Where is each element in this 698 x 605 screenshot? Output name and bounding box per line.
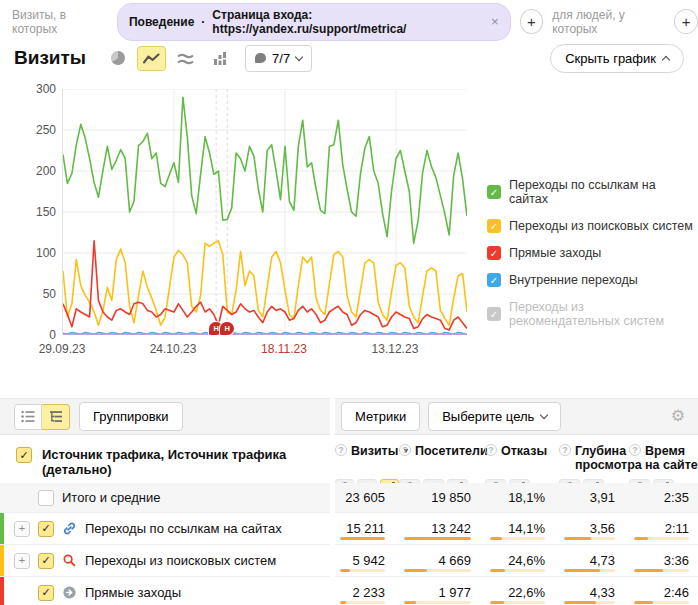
metric-cell: 22,6%: [485, 577, 559, 605]
metric-mini-bar: [564, 569, 615, 572]
goal-select[interactable]: Выберите цель: [428, 402, 561, 431]
metric-value: 14,1%: [508, 521, 545, 536]
legend-checkbox[interactable]: ✓: [487, 185, 501, 199]
row-checkbox[interactable]: ✓: [38, 521, 54, 537]
metric-value: 22,6%: [508, 585, 545, 600]
filter-prefix-label: Визиты, в которых: [12, 8, 108, 36]
row-checkbox[interactable]: ✓: [38, 585, 54, 601]
help-icon[interactable]: ?: [335, 444, 347, 456]
filter-chip[interactable]: Поведение · Страница входа: https://yand…: [117, 3, 511, 41]
gear-icon[interactable]: ⚙: [671, 408, 685, 424]
legend-checkbox[interactable]: ✓: [487, 273, 501, 287]
metric-value: 4 669: [438, 553, 471, 568]
metric-value: 3,91: [590, 490, 615, 505]
direct-arrow-icon: [62, 585, 77, 600]
column-header-label: Визиты: [351, 444, 398, 458]
column-header-Глубина просмотра[interactable]: ?Глубина просмотра: [559, 444, 629, 473]
metric-value: 2:11: [665, 521, 689, 536]
metric-cell: 24,6%: [485, 545, 559, 576]
chevron-up-icon: [662, 56, 670, 64]
metric-value: 13 242: [431, 521, 471, 536]
chip-close-icon[interactable]: ×: [491, 14, 499, 29]
legend-item[interactable]: ✓Переходы из рекомендательных систем: [487, 300, 698, 328]
legend-item[interactable]: ✓Переходы по ссылкам на сайтах: [487, 178, 698, 206]
metric-cell: 14,1%: [485, 513, 559, 544]
row-color-strip: [0, 513, 4, 544]
hide-chart-button[interactable]: Скрыть график: [550, 44, 684, 73]
line-chart-type-icon[interactable]: [137, 46, 166, 71]
legend-item[interactable]: ✓Внутренние переходы: [487, 273, 698, 287]
metric-header-row: ?Визиты▼?Посетители?Отказы?Глубина просм…: [335, 435, 698, 473]
table-header: ✓ Источник трафика, Источник трафика (де…: [0, 435, 698, 483]
metrics-button[interactable]: Метрики: [341, 402, 420, 431]
column-header-Визиты[interactable]: ?Визиты▼: [335, 444, 399, 473]
metric-cell: 1 977: [399, 577, 485, 605]
metric-cell: 3,91: [559, 483, 629, 512]
column-header-label: Посетители: [415, 444, 488, 458]
column-header-Время на сайте[interactable]: ?Время на сайте: [629, 444, 698, 473]
expand-row-button[interactable]: +: [14, 521, 30, 537]
totals-row[interactable]: ✓ Итого и средние 23 60519 85018,1%3,912…: [0, 483, 698, 513]
add-people-filter-button[interactable]: +: [674, 9, 698, 34]
metric-value: 2 233: [352, 585, 385, 600]
segment-filter-bar: Визиты, в которых Поведение · Страница в…: [0, 0, 698, 36]
legend-checkbox[interactable]: ✓: [487, 246, 501, 260]
metric-cell: 2:11: [629, 513, 698, 544]
totals-checkbox[interactable]: ✓: [38, 490, 54, 506]
chart-y-axis-labels: 050100150200250300: [14, 89, 56, 335]
annotation-marker[interactable]: Н: [220, 322, 234, 335]
row-label: Переходы из поисковых систем: [85, 553, 276, 568]
pie-chart-type-icon[interactable]: [103, 46, 132, 71]
people-filter-label: для людей, у которых: [552, 8, 665, 36]
chart-annotations: НН: [63, 89, 467, 335]
dimension-checkbox[interactable]: ✓: [16, 447, 32, 463]
metric-cell: 15 211: [335, 513, 399, 544]
chart-x-axis-labels: 29.09.2324.10.2318.11.2313.12.23: [62, 342, 466, 358]
metric-mini-bar: [490, 537, 545, 540]
column-header-Посетители[interactable]: ?Посетители: [399, 444, 485, 473]
metric-value: 4,33: [590, 585, 615, 600]
goal-select-label: Выберите цель: [442, 409, 534, 424]
chart-header: Визиты 7/7 Скрыть график: [0, 36, 698, 72]
column-header-Отказы[interactable]: ?Отказы: [485, 444, 559, 473]
legend-item[interactable]: ✓Прямые заходы: [487, 246, 698, 260]
legend-checkbox[interactable]: ✓: [487, 219, 501, 233]
metric-cell: 19 850: [399, 483, 485, 512]
chevron-down-icon: [540, 411, 548, 419]
table-row[interactable]: + ✓ Переходы из поисковых систем 5 9424 …: [0, 545, 698, 577]
filter-chip-condition: Страница входа: https://yandex.ru/suppor…: [212, 8, 484, 36]
row-checkbox[interactable]: ✓: [38, 553, 54, 569]
table-row[interactable]: + ✓ Переходы по ссылкам на сайтах 15 211…: [0, 513, 698, 545]
stacked-area-chart-type-icon[interactable]: [171, 46, 200, 71]
metric-mini-bar: [634, 601, 689, 604]
comments-button[interactable]: 7/7: [245, 45, 312, 72]
metric-mini-bar: [340, 601, 385, 604]
metric-mini-bar: [490, 601, 545, 604]
add-segment-button[interactable]: +: [520, 9, 544, 34]
expand-row-button[interactable]: +: [14, 553, 30, 569]
metric-mini-bar: [634, 569, 689, 572]
tree-view-button[interactable]: [42, 404, 70, 430]
legend-checkbox[interactable]: ✓: [487, 307, 501, 321]
table-row[interactable]: ✓ Прямые заходы 2 2331 97722,6%4,332:46: [0, 577, 698, 605]
metric-mini-bar: [564, 537, 615, 540]
legend-item[interactable]: ✓Переходы из поисковых систем: [487, 219, 698, 233]
list-view-button[interactable]: [14, 404, 42, 430]
metric-value: 5 942: [352, 553, 385, 568]
metric-value: 3,56: [590, 521, 615, 536]
metric-mini-bar: [404, 601, 471, 604]
row-label: Прямые заходы: [85, 585, 181, 600]
columns-chart-type-icon[interactable]: [205, 46, 234, 71]
metric-value: 4,73: [590, 553, 615, 568]
help-icon[interactable]: ?: [629, 444, 641, 456]
legend-label: Переходы по ссылкам на сайтах: [509, 178, 698, 206]
chart-plot-area[interactable]: НН: [62, 89, 466, 335]
y-tick-label: 100: [36, 246, 56, 260]
help-icon[interactable]: ?: [485, 444, 497, 456]
metric-cell: 3:36: [629, 545, 698, 576]
help-icon[interactable]: ?: [399, 444, 411, 456]
metric-value: 2:35: [664, 490, 689, 505]
help-icon[interactable]: ?: [559, 444, 571, 456]
groupings-button[interactable]: Группировки: [79, 402, 183, 431]
metric-mini-bar: [564, 601, 615, 604]
